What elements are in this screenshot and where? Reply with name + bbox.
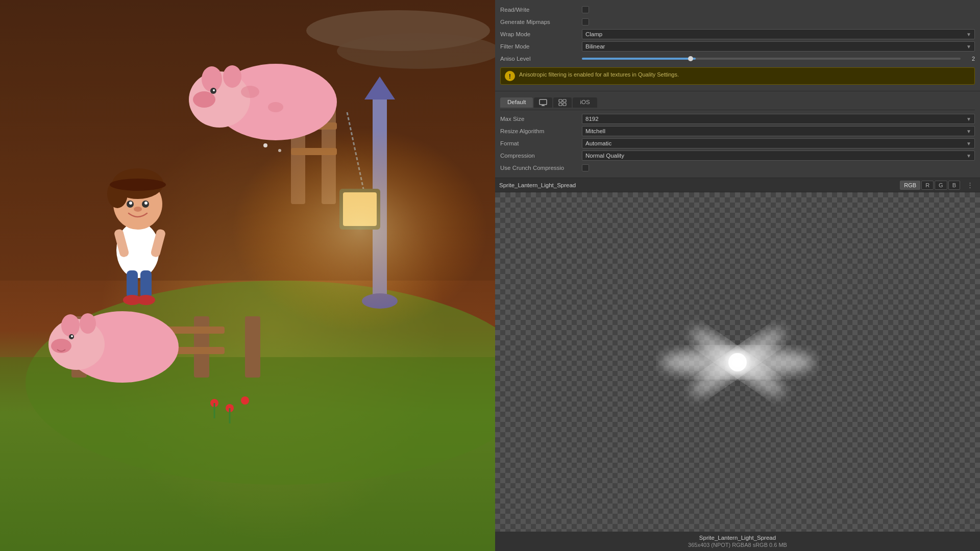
aniso-level-row: Aniso Level 2 — [500, 53, 975, 64]
max-size-dropdown[interactable]: 8192 ▼ — [582, 114, 975, 124]
wrap-mode-label: Wrap Mode — [500, 31, 582, 37]
warning-text: Anisotropic filtering is enabled for all… — [519, 71, 679, 79]
compression-label: Compression — [500, 153, 582, 159]
format-label: Format — [500, 140, 582, 146]
svg-rect-66 — [559, 103, 562, 106]
svg-point-30 — [268, 102, 283, 112]
platform-tabs-section: Default iOS — [495, 91, 980, 178]
wrap-mode-value: Clamp — [585, 31, 602, 37]
resize-algorithm-label: Resize Algorithm — [500, 128, 582, 134]
svg-rect-64 — [559, 99, 562, 102]
filter-mode-arrow: ▼ — [966, 44, 971, 49]
format-row: Format Automatic ▼ — [500, 138, 975, 149]
texture-preview-svg — [656, 286, 819, 439]
max-size-arrow: ▼ — [966, 116, 971, 122]
generate-mipmaps-checkbox[interactable] — [582, 18, 589, 26]
texture-name-label: Sprite_Lantern_Light_Spread — [499, 182, 896, 188]
svg-rect-67 — [563, 103, 566, 106]
aniso-warning-box: ! Anisotropic filtering is enabled for a… — [500, 67, 975, 85]
svg-rect-4 — [0, 357, 495, 551]
crunch-row: Use Crunch Compressio — [500, 162, 975, 173]
channel-rgb-button[interactable]: RGB — [900, 181, 920, 190]
max-size-value: 8192 — [585, 116, 599, 122]
grid-icon — [558, 99, 567, 106]
resize-algorithm-value: Mitchell — [585, 128, 605, 134]
channel-b-button[interactable]: B — [948, 181, 960, 190]
resize-algorithm-row: Resize Algorithm Mitchell ▼ — [500, 126, 975, 137]
svg-point-24 — [202, 66, 222, 92]
compression-value: Normal Quality — [585, 153, 624, 159]
texture-footer-info: 365x403 (NPOT) RGBA8 sRGB 0.6 MB — [500, 542, 975, 548]
monitor-icon — [539, 99, 547, 106]
platform-tabs: Default iOS — [500, 97, 975, 110]
filter-mode-dropdown[interactable]: Bilinear ▼ — [582, 41, 975, 52]
resize-algorithm-arrow: ▼ — [966, 129, 971, 134]
filter-mode-value: Bilinear — [585, 43, 605, 49]
format-dropdown[interactable]: Automatic ▼ — [582, 138, 975, 148]
svg-point-54 — [263, 143, 267, 147]
max-size-row: Max Size 8192 ▼ — [500, 113, 975, 124]
compression-dropdown[interactable]: Normal Quality ▼ — [582, 151, 975, 161]
aniso-level-label: Aniso Level — [500, 56, 582, 62]
filter-mode-row: Filter Mode Bilinear ▼ — [500, 41, 975, 52]
texture-footer-name: Sprite_Lantern_Light_Spread — [500, 535, 975, 541]
wrap-mode-dropdown[interactable]: Clamp ▼ — [582, 29, 975, 39]
warning-icon: ! — [505, 71, 515, 81]
svg-point-72 — [728, 353, 747, 371]
wrap-mode-row: Wrap Mode Clamp ▼ — [500, 29, 975, 40]
crunch-checkbox[interactable] — [582, 164, 589, 171]
tab-default[interactable]: Default — [500, 97, 533, 108]
svg-point-26 — [193, 91, 215, 108]
crunch-label: Use Crunch Compressio — [500, 165, 582, 171]
generate-mipmaps-row: Generate Mipmaps — [500, 16, 975, 28]
filter-mode-label: Filter Mode — [500, 43, 582, 49]
more-options-button[interactable]: ⋮ — [964, 180, 976, 190]
svg-rect-6 — [245, 316, 260, 378]
scene-svg — [0, 0, 495, 551]
inspector-panel: Read/Write Generate Mipmaps Wrap Mode Cl… — [495, 0, 980, 551]
game-viewport — [0, 0, 495, 551]
svg-point-52 — [144, 202, 148, 205]
tab-standalone[interactable] — [534, 97, 552, 108]
channel-g-button[interactable]: G — [935, 181, 947, 190]
generate-mipmaps-label: Generate Mipmaps — [500, 19, 582, 25]
read-write-label: Read/Write — [500, 7, 582, 13]
format-arrow: ▼ — [966, 141, 971, 146]
svg-point-55 — [278, 149, 281, 152]
svg-point-34 — [80, 313, 96, 334]
resize-algorithm-dropdown[interactable]: Mitchell ▼ — [582, 126, 975, 136]
svg-rect-40 — [140, 270, 152, 298]
compression-arrow: ▼ — [966, 153, 971, 159]
max-size-label: Max Size — [500, 116, 582, 122]
read-write-row: Read/Write — [500, 4, 975, 15]
channel-buttons: RGB R G B — [900, 181, 960, 190]
svg-point-28 — [213, 89, 215, 91]
format-value: Automatic — [585, 140, 611, 146]
svg-rect-65 — [563, 99, 566, 102]
channel-r-button[interactable]: R — [921, 181, 934, 190]
game-scene — [0, 0, 495, 551]
svg-point-37 — [71, 335, 73, 337]
svg-point-33 — [61, 314, 80, 337]
tab-ios[interactable]: iOS — [573, 97, 597, 108]
corner-icon: ⊿ — [495, 548, 977, 551]
texture-preview-area — [495, 192, 980, 532]
aniso-level-slider-container: 2 — [582, 56, 975, 62]
aniso-level-thumb — [688, 56, 693, 61]
top-settings-section: Read/Write Generate Mipmaps Wrap Mode Cl… — [495, 0, 980, 91]
aniso-level-fill — [582, 58, 696, 60]
svg-point-42 — [137, 295, 155, 305]
texture-preview-header: Sprite_Lantern_Light_Spread RGB R G B ⋮ — [495, 178, 980, 192]
aniso-level-value: 2 — [965, 56, 975, 62]
read-write-checkbox[interactable] — [582, 6, 589, 13]
svg-rect-39 — [127, 270, 138, 298]
tab-android[interactable] — [553, 97, 572, 108]
aniso-level-track[interactable] — [582, 58, 961, 60]
svg-rect-61 — [540, 99, 547, 105]
svg-point-48 — [110, 179, 166, 191]
svg-point-53 — [134, 207, 142, 212]
svg-point-58 — [241, 396, 249, 405]
svg-point-29 — [241, 86, 259, 98]
svg-point-51 — [129, 202, 132, 205]
wrap-mode-arrow: ▼ — [966, 32, 971, 37]
